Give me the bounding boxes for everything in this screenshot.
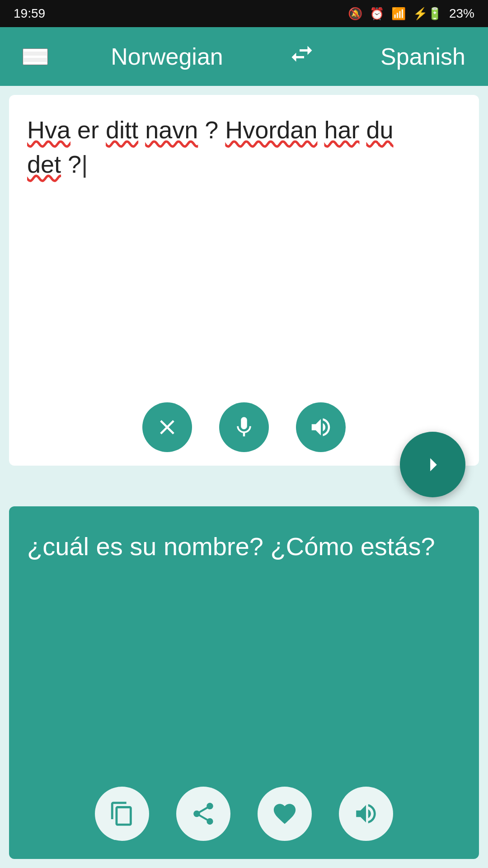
alarm-icon: ⏰ bbox=[370, 7, 384, 21]
speak-source-button[interactable] bbox=[296, 402, 346, 452]
source-language-label[interactable]: Norwegian bbox=[111, 43, 223, 70]
copy-button[interactable] bbox=[95, 787, 149, 841]
status-time: 19:59 bbox=[14, 6, 45, 21]
word-ditt: ditt bbox=[106, 116, 138, 143]
sim-icon: 📶 bbox=[391, 7, 406, 21]
translate-button[interactable] bbox=[400, 432, 465, 497]
word-hvordan: Hvordan bbox=[225, 116, 317, 143]
translation-actions bbox=[27, 787, 461, 841]
favorite-button[interactable] bbox=[258, 787, 312, 841]
word-hva: Hva bbox=[27, 116, 70, 143]
source-panel: Hva er ditt navn ? Hvordan har du det ? bbox=[9, 95, 479, 466]
word-det: det bbox=[27, 151, 61, 178]
share-button[interactable] bbox=[176, 787, 230, 841]
battery-percent: 23% bbox=[449, 6, 474, 21]
microphone-button[interactable] bbox=[219, 402, 269, 452]
swap-languages-button[interactable] bbox=[286, 40, 318, 73]
word-navn: navn bbox=[145, 116, 198, 143]
speak-translation-button[interactable] bbox=[339, 787, 393, 841]
word-har: har bbox=[324, 116, 359, 143]
source-text-input[interactable]: Hva er ditt navn ? Hvordan har du det ? bbox=[27, 113, 461, 389]
mute-icon: 🔕 bbox=[348, 7, 362, 21]
status-bar: 19:59 🔕 ⏰ 📶 ⚡🔋 23% bbox=[0, 0, 488, 27]
status-icons: 🔕 ⏰ 📶 ⚡🔋 23% bbox=[348, 6, 474, 21]
target-language-label[interactable]: Spanish bbox=[380, 43, 465, 70]
word-du: du bbox=[366, 116, 394, 143]
toolbar: Norwegian Spanish bbox=[0, 27, 488, 86]
clear-button[interactable] bbox=[142, 402, 192, 452]
battery-icon: ⚡🔋 bbox=[413, 7, 442, 21]
translation-panel: ¿cuál es su nombre? ¿Cómo estás? bbox=[9, 506, 479, 859]
menu-button[interactable] bbox=[23, 48, 48, 65]
source-actions bbox=[27, 402, 461, 452]
translation-text: ¿cuál es su nombre? ¿Cómo estás? bbox=[27, 529, 461, 564]
